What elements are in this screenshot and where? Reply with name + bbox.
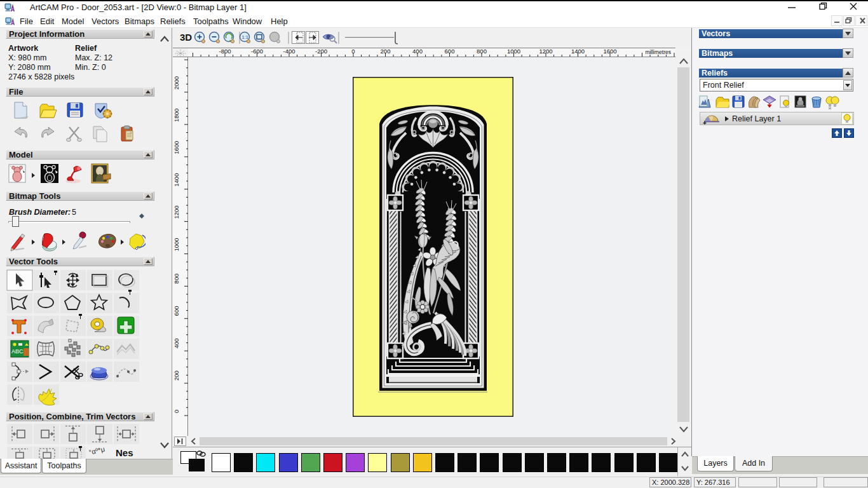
svg-text:1200: 1200 — [173, 205, 180, 219]
svg-text:1400: 1400 — [173, 173, 180, 187]
svg-text:1:1: 1:1 — [242, 34, 248, 40]
svg-text:800: 800 — [173, 274, 180, 284]
svg-text:3D: 3D — [180, 32, 192, 43]
svg-text:2000: 2000 — [173, 76, 180, 90]
svg-text:-600: -600 — [251, 48, 263, 55]
svg-text:Nes: Nes — [116, 447, 133, 458]
svg-text:1400: 1400 — [571, 48, 585, 55]
svg-text:800: 800 — [477, 48, 487, 55]
svg-text:400: 400 — [173, 338, 180, 348]
svg-text:200: 200 — [173, 370, 180, 381]
svg-text:400: 400 — [412, 48, 423, 55]
svg-text:°αº*μ: °αº*μ — [88, 445, 106, 456]
svg-text:200: 200 — [381, 48, 391, 55]
svg-text:600: 600 — [173, 306, 180, 316]
svg-text:600: 600 — [445, 48, 455, 55]
svg-text:0: 0 — [173, 410, 180, 413]
svg-text:1200: 1200 — [539, 48, 552, 55]
svg-text:0: 0 — [351, 48, 355, 55]
svg-text:-800: -800 — [219, 48, 231, 55]
svg-text:1600: 1600 — [173, 141, 180, 154]
svg-text:1000: 1000 — [507, 48, 520, 55]
svg-text:-200: -200 — [315, 48, 327, 55]
svg-text:1000: 1000 — [173, 238, 180, 251]
svg-text:ABC: ABC — [11, 348, 24, 355]
svg-text:1800: 1800 — [173, 109, 180, 122]
svg-text:+: + — [703, 119, 707, 125]
svg-text:1600: 1600 — [603, 48, 616, 55]
svg-text:millimetres: millimetres — [645, 49, 671, 55]
svg-text:-400: -400 — [283, 48, 295, 55]
